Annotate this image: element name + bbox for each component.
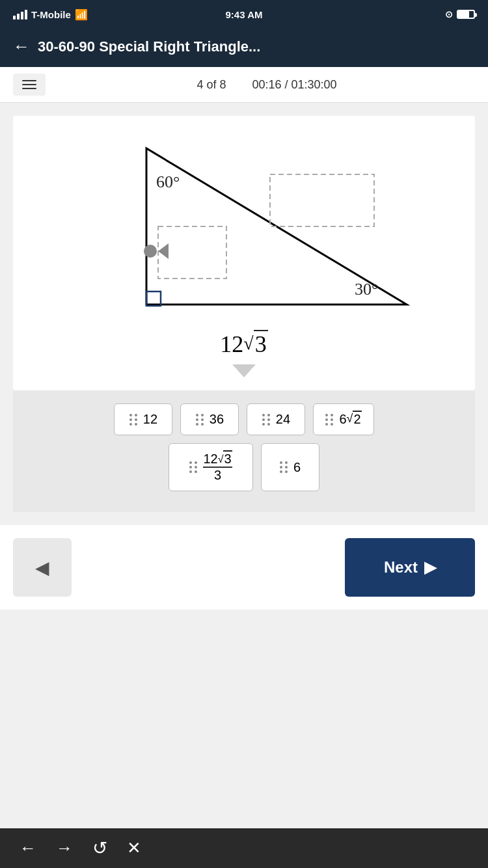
triangle-card: 60° 30° 12 √3: [13, 116, 475, 390]
prev-icon: ◀: [35, 557, 49, 578]
browser-back-icon[interactable]: ←: [20, 838, 36, 858]
drag-handle: [189, 461, 198, 473]
progress-indicator: 4 of 8: [197, 78, 226, 92]
answer-arrow: [26, 364, 462, 377]
signal-icon: [13, 10, 27, 20]
next-label: Next: [384, 558, 418, 576]
tile-6-value: 6: [293, 460, 301, 475]
triangle-area: 60° 30°: [26, 135, 462, 337]
svg-text:30°: 30°: [355, 280, 378, 299]
svg-text:60°: 60°: [156, 172, 180, 191]
tile-36-value: 36: [210, 412, 224, 427]
drag-handle: [325, 414, 334, 426]
drag-handle: [280, 461, 288, 473]
menu-button[interactable]: [13, 74, 46, 96]
page-title: 30-60-90 Special Right Triangle...: [38, 38, 260, 55]
status-time: 9:43 AM: [226, 9, 263, 20]
answer-tiles-row-1: 12 36 24 6√2: [26, 403, 462, 435]
status-left: T-Mobile 📶: [13, 8, 88, 21]
browser-refresh-icon[interactable]: ↺: [92, 837, 107, 859]
battery-icon: [457, 10, 475, 19]
tile-12sqrt3over3-value: 12√3 3: [203, 452, 232, 483]
lock-icon: ⊙: [445, 9, 453, 20]
tile-6sqrt2-value: 6√2: [339, 412, 361, 427]
answer-area: 12 36 24 6√2: [13, 390, 475, 512]
timer-display: 00:16 / 01:30:00: [252, 78, 336, 92]
browser-forward-icon[interactable]: →: [56, 838, 73, 858]
next-button[interactable]: Next ▶: [345, 538, 475, 597]
svg-point-6: [144, 245, 157, 258]
tile-36[interactable]: 36: [180, 403, 239, 435]
next-arrow-icon: ▶: [424, 558, 436, 576]
drag-handle: [196, 414, 204, 426]
status-right: ⊙: [445, 9, 475, 20]
toolbar: 4 of 8 00:16 / 01:30:00: [0, 67, 488, 103]
tile-24-value: 24: [276, 412, 290, 427]
tile-12-value: 12: [143, 412, 157, 427]
tile-6sqrt2[interactable]: 6√2: [313, 403, 373, 435]
nav-buttons: ◀ Next ▶: [0, 525, 488, 610]
browser-nav: ← → ↺ ✕: [0, 828, 488, 868]
svg-rect-4: [270, 174, 374, 226]
tile-6[interactable]: 6: [261, 443, 319, 491]
main-content: 60° 30° 12 √3: [0, 103, 488, 525]
answer-tiles-row-2: 12√3 3 6: [26, 443, 462, 491]
drag-handle: [129, 414, 138, 426]
tile-12sqrt3over3[interactable]: 12√3 3: [169, 443, 253, 491]
browser-close-icon[interactable]: ✕: [127, 838, 141, 858]
back-button[interactable]: ←: [13, 36, 30, 57]
tile-24[interactable]: 24: [247, 403, 305, 435]
svg-marker-7: [158, 243, 169, 259]
triangle-svg: 60° 30°: [62, 135, 426, 337]
drag-handle: [262, 414, 271, 426]
carrier-label: T-Mobile: [31, 9, 71, 20]
header: ← 30-60-90 Special Right Triangle...: [0, 29, 488, 67]
status-bar: T-Mobile 📶 9:43 AM ⊙: [0, 0, 488, 29]
toolbar-info: 4 of 8 00:16 / 01:30:00: [59, 78, 475, 92]
wifi-icon: 📶: [75, 8, 88, 21]
prev-button[interactable]: ◀: [13, 538, 72, 597]
tile-12[interactable]: 12: [114, 403, 172, 435]
